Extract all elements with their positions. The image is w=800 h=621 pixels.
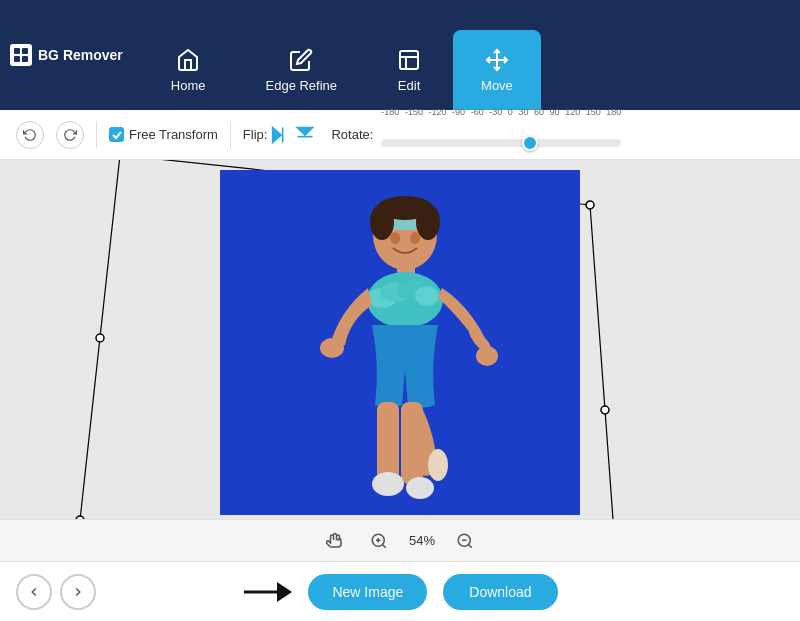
svg-point-26 — [390, 232, 400, 244]
tab-edge-refine-label: Edge Refine — [266, 78, 338, 93]
flip-group: Flip: — [243, 125, 316, 145]
tab-edit[interactable]: Edit — [369, 30, 449, 110]
flip-horizontal-button[interactable] — [271, 125, 291, 145]
hand-tool-button[interactable] — [321, 527, 349, 555]
prev-button[interactable] — [16, 574, 52, 610]
svg-rect-3 — [22, 56, 28, 62]
free-transform-group: Free Transform — [109, 127, 218, 142]
svg-rect-36 — [377, 402, 399, 482]
redo-button[interactable] — [56, 121, 84, 149]
next-button[interactable] — [60, 574, 96, 610]
svg-point-20 — [96, 334, 104, 342]
divider-1 — [96, 121, 97, 149]
svg-marker-9 — [298, 127, 313, 135]
svg-point-16 — [586, 201, 594, 209]
main-content: Free Transform Flip: Rotate: — [0, 110, 800, 621]
svg-line-45 — [382, 544, 385, 547]
svg-line-49 — [469, 544, 472, 547]
divider-2 — [230, 121, 231, 149]
svg-point-39 — [406, 477, 434, 499]
rotate-ruler[interactable]: -180-150-120-90-60-300306090120150180 — [381, 121, 621, 149]
svg-rect-4 — [400, 51, 418, 69]
new-image-button[interactable]: New Image — [308, 574, 427, 610]
rotate-label: Rotate: — [331, 127, 373, 142]
svg-marker-52 — [277, 582, 292, 602]
svg-rect-0 — [14, 48, 20, 54]
zoom-in-button[interactable] — [365, 527, 393, 555]
svg-point-27 — [410, 232, 420, 244]
canvas-area — [0, 160, 800, 519]
ruler-track[interactable] — [381, 139, 621, 147]
svg-point-21 — [601, 406, 609, 414]
zoom-percent: 54% — [409, 533, 435, 548]
svg-point-38 — [372, 472, 404, 496]
svg-point-43 — [428, 449, 448, 481]
free-transform-checkbox[interactable]: Free Transform — [109, 127, 218, 142]
flip-vertical-button[interactable] — [295, 125, 315, 145]
arrow-icon — [242, 574, 292, 610]
tab-home[interactable]: Home — [143, 30, 234, 110]
app-logo: BG Remover — [10, 44, 123, 66]
nav-tabs: Home Edge Refine Edit — [143, 0, 541, 110]
svg-point-42 — [377, 196, 433, 220]
tab-edge-refine[interactable]: Edge Refine — [238, 30, 366, 110]
canvas-content — [20, 160, 780, 519]
status-bar: 54% — [0, 519, 800, 561]
svg-point-35 — [476, 346, 498, 366]
logo-icon — [10, 44, 32, 66]
ruler-labels: -180-150-120-90-60-300306090120150180 — [381, 107, 621, 117]
main-image — [220, 170, 580, 515]
bottom-bar: New Image Download — [0, 561, 800, 621]
rotate-group: Rotate: -180-150-120-90-60-3003060901201… — [331, 121, 621, 149]
download-button[interactable]: Download — [443, 574, 557, 610]
svg-point-34 — [320, 338, 344, 358]
flip-label: Flip: — [243, 127, 268, 142]
bottom-nav-group — [16, 574, 96, 610]
svg-point-17 — [76, 516, 84, 520]
undo-button[interactable] — [16, 121, 44, 149]
tab-move[interactable]: Move — [453, 30, 541, 110]
ruler-thumb[interactable] — [522, 135, 538, 151]
checkbox-checked — [109, 127, 124, 142]
app-header: BG Remover Home Edge Refine Edit — [0, 0, 800, 110]
tab-home-label: Home — [171, 78, 206, 93]
svg-point-33 — [415, 286, 439, 306]
bottom-center: New Image Download — [242, 574, 557, 610]
app-title: BG Remover — [38, 47, 123, 63]
svg-line-12 — [80, 160, 120, 519]
tab-edit-label: Edit — [398, 78, 420, 93]
free-transform-label: Free Transform — [129, 127, 218, 142]
svg-marker-7 — [273, 127, 281, 142]
zoom-out-button[interactable] — [451, 527, 479, 555]
svg-line-13 — [590, 205, 620, 520]
child-svg — [220, 170, 580, 515]
tab-move-label: Move — [481, 78, 513, 93]
svg-rect-1 — [22, 48, 28, 54]
toolbar: Free Transform Flip: Rotate: — [0, 110, 800, 160]
svg-rect-2 — [14, 56, 20, 62]
